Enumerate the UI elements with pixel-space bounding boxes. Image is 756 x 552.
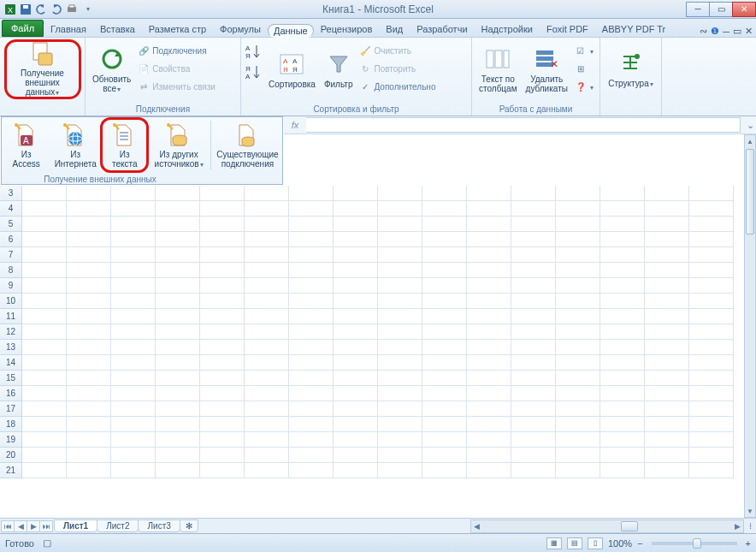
- cell[interactable]: [511, 432, 556, 448]
- zoom-in-button[interactable]: +: [746, 538, 751, 549]
- cell[interactable]: [245, 309, 289, 324]
- cell[interactable]: [156, 355, 200, 371]
- cell[interactable]: [67, 294, 111, 309]
- cell[interactable]: [511, 294, 556, 309]
- cell[interactable]: [511, 386, 556, 401]
- cell[interactable]: [556, 278, 600, 294]
- cell[interactable]: [245, 340, 289, 355]
- excel-app-icon[interactable]: X: [3, 3, 17, 16]
- cell[interactable]: [556, 263, 600, 278]
- tab-file[interactable]: Файл: [2, 20, 44, 37]
- cell[interactable]: [22, 432, 67, 448]
- cell[interactable]: [689, 371, 734, 386]
- cell[interactable]: [422, 278, 467, 294]
- cell[interactable]: [689, 201, 734, 217]
- cell[interactable]: [422, 386, 467, 401]
- cell[interactable]: [467, 463, 511, 478]
- cell[interactable]: [689, 386, 734, 401]
- cell[interactable]: [22, 371, 67, 386]
- row-header[interactable]: 9: [0, 278, 22, 294]
- row-header[interactable]: 14: [0, 355, 22, 371]
- cell[interactable]: [156, 371, 200, 386]
- cell[interactable]: [67, 432, 111, 448]
- cell[interactable]: [111, 294, 156, 309]
- vertical-scrollbar[interactable]: ▲ ▼: [744, 134, 756, 518]
- cell[interactable]: [156, 201, 200, 217]
- cell[interactable]: [200, 294, 245, 309]
- cell[interactable]: [22, 217, 67, 232]
- cell[interactable]: [511, 263, 556, 278]
- sort-desc-button[interactable]: ЯА: [245, 63, 263, 82]
- cell[interactable]: [378, 448, 422, 463]
- tab-formulas[interactable]: Формулы: [213, 21, 268, 37]
- cell[interactable]: [67, 263, 111, 278]
- cell[interactable]: [334, 340, 378, 355]
- cell[interactable]: [289, 263, 334, 278]
- cell[interactable]: [22, 294, 67, 309]
- cell[interactable]: [600, 309, 645, 324]
- cell[interactable]: [111, 186, 156, 201]
- cell[interactable]: [111, 371, 156, 386]
- cell[interactable]: [156, 324, 200, 340]
- row-header[interactable]: 12: [0, 324, 22, 340]
- view-page-break-button[interactable]: ▯: [588, 537, 603, 549]
- sheet-nav-prev[interactable]: ◀: [14, 520, 27, 532]
- cell[interactable]: [689, 263, 734, 278]
- zoom-out-button[interactable]: −: [637, 538, 642, 549]
- sheet-nav-last[interactable]: ⏭: [39, 520, 53, 532]
- cell[interactable]: [600, 432, 645, 448]
- cell[interactable]: [645, 217, 689, 232]
- cell[interactable]: [645, 432, 689, 448]
- sheet-tab-3[interactable]: Лист3: [138, 519, 180, 532]
- cell[interactable]: [22, 401, 67, 417]
- cell[interactable]: [511, 247, 556, 263]
- cell[interactable]: [245, 432, 289, 448]
- cell[interactable]: [22, 232, 67, 247]
- cell[interactable]: [22, 463, 67, 478]
- cell[interactable]: [422, 309, 467, 324]
- cell[interactable]: [200, 263, 245, 278]
- hscroll-thumb[interactable]: [621, 521, 638, 531]
- cell[interactable]: [378, 294, 422, 309]
- cell[interactable]: [556, 401, 600, 417]
- cell[interactable]: [422, 432, 467, 448]
- cell[interactable]: [200, 386, 245, 401]
- outline-button[interactable]: Структура: [605, 39, 656, 99]
- cell[interactable]: [467, 186, 511, 201]
- row-header[interactable]: 18: [0, 417, 22, 432]
- cell[interactable]: [111, 247, 156, 263]
- vscroll-thumb[interactable]: [746, 149, 754, 234]
- cell[interactable]: [245, 386, 289, 401]
- tab-home[interactable]: Главная: [44, 21, 93, 37]
- cell[interactable]: [22, 324, 67, 340]
- cell[interactable]: [556, 417, 600, 432]
- cell[interactable]: [600, 355, 645, 371]
- cell[interactable]: [289, 201, 334, 217]
- workbook-minimize-icon[interactable]: ─: [723, 27, 729, 37]
- row-header[interactable]: 5: [0, 217, 22, 232]
- row-header[interactable]: 20: [0, 448, 22, 463]
- cell[interactable]: [289, 448, 334, 463]
- cell[interactable]: [645, 263, 689, 278]
- scroll-right-icon[interactable]: ▶: [731, 520, 743, 532]
- row-header[interactable]: 21: [0, 463, 22, 478]
- cell[interactable]: [334, 294, 378, 309]
- cell[interactable]: [600, 448, 645, 463]
- cell[interactable]: [378, 401, 422, 417]
- cell[interactable]: [511, 448, 556, 463]
- row-header[interactable]: 3: [0, 186, 22, 201]
- cell[interactable]: [289, 186, 334, 201]
- cell[interactable]: [67, 324, 111, 340]
- sheet-tab-1[interactable]: Лист1: [54, 519, 97, 532]
- cell[interactable]: [111, 417, 156, 432]
- cell[interactable]: [556, 340, 600, 355]
- cell[interactable]: [378, 247, 422, 263]
- cell[interactable]: [334, 232, 378, 247]
- cell[interactable]: [556, 355, 600, 371]
- cell[interactable]: [378, 386, 422, 401]
- sheet-tab-2[interactable]: Лист2: [97, 519, 139, 532]
- cell[interactable]: [600, 463, 645, 478]
- cell[interactable]: [156, 463, 200, 478]
- ribbon-minimize-icon[interactable]: ∾: [700, 26, 707, 37]
- cell[interactable]: [289, 324, 334, 340]
